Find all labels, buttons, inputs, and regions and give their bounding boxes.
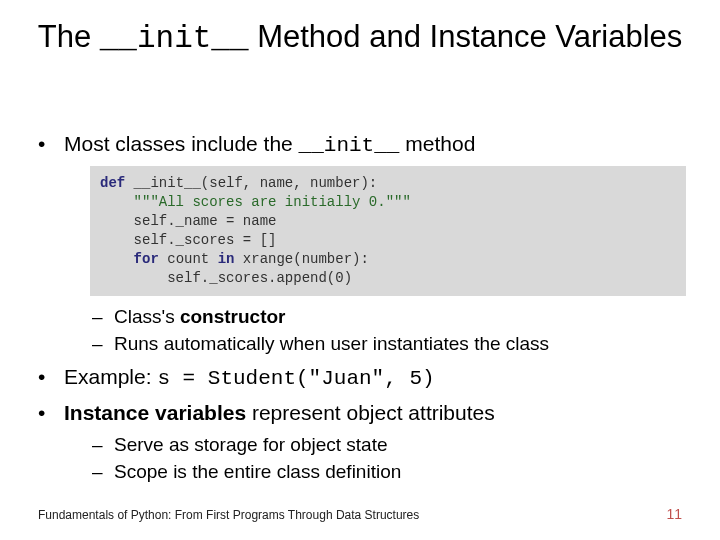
sub1-bold: constructor	[180, 306, 286, 327]
bullet-1-code: __init__	[299, 134, 400, 157]
code-docstring: """All scores are initially 0."""	[134, 194, 411, 210]
code-line1-rest: __init__(self, name, number):	[125, 175, 377, 191]
sublist-1: Class's constructor Runs automatically w…	[64, 304, 688, 357]
title-pre: The	[38, 19, 100, 54]
bullet-1-post: method	[399, 132, 475, 155]
code-line5-rest: xrange(number):	[234, 251, 368, 267]
bullet-2-code: s = Student("Juan", 5)	[157, 367, 434, 390]
bullet-1: Most classes include the __init__ method…	[38, 130, 688, 357]
bullet-3-post: represent object attributes	[246, 401, 495, 424]
page-number: 11	[666, 506, 682, 522]
sublist-2: Serve as storage for object state Scope …	[64, 432, 688, 485]
code-line6: self._scores.append(0)	[167, 270, 352, 286]
code-block: def __init__(self, name, number): """All…	[90, 166, 686, 295]
title-code: __init__	[100, 21, 249, 56]
title-post: Method and Instance Variables	[249, 19, 683, 54]
sub-bullet-2: Runs automatically when user instantiate…	[64, 331, 688, 357]
code-line3: self._name = name	[134, 213, 277, 229]
bullet-1-pre: Most classes include the	[64, 132, 299, 155]
code-line5-mid: count	[159, 251, 218, 267]
sub4-text: Scope is the entire class definition	[114, 461, 401, 482]
sub-bullet-4: Scope is the entire class definition	[64, 459, 688, 485]
code-line4: self._scores = []	[134, 232, 277, 248]
slide-title: The __init__ Method and Instance Variabl…	[0, 18, 720, 59]
sub1-pre: Class's	[114, 306, 180, 327]
slide-body: Most classes include the __init__ method…	[38, 130, 688, 491]
footer-text: Fundamentals of Python: From First Progr…	[38, 508, 682, 522]
sub-bullet-1: Class's constructor	[64, 304, 688, 330]
bullet-3-bold: Instance variables	[64, 401, 246, 424]
code-kw-for: for	[134, 251, 159, 267]
sub2-text: Runs automatically when user instantiate…	[114, 333, 549, 354]
sub-bullet-3: Serve as storage for object state	[64, 432, 688, 458]
slide: The __init__ Method and Instance Variabl…	[0, 0, 720, 540]
bullet-2: Example: s = Student("Juan", 5)	[38, 363, 688, 393]
bullet-3: Instance variables represent object attr…	[38, 399, 688, 485]
bullet-2-pre: Example:	[64, 365, 157, 388]
code-kw-def: def	[100, 175, 125, 191]
bullet-list: Most classes include the __init__ method…	[38, 130, 688, 485]
code-kw-in: in	[218, 251, 235, 267]
sub3-text: Serve as storage for object state	[114, 434, 388, 455]
